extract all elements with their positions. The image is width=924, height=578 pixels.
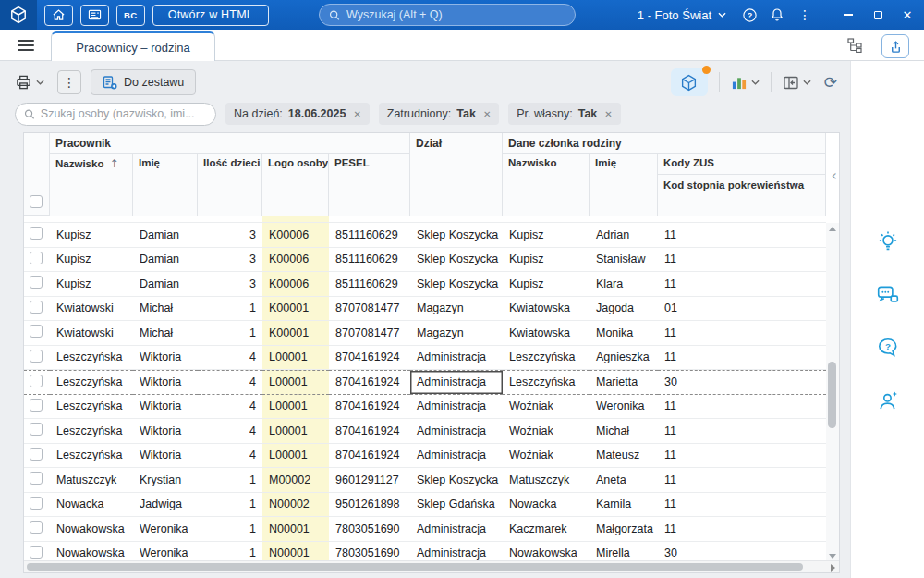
column-header-imie[interactable]: Imię: [133, 154, 198, 216]
horizontal-scrollbar[interactable]: [24, 560, 839, 572]
cell[interactable]: N00001: [262, 517, 329, 542]
column-header-nazwisko[interactable]: Nazwisko↑: [50, 154, 133, 216]
row-checkbox[interactable]: [30, 276, 43, 289]
scroll-right-icon[interactable]: [831, 564, 835, 572]
cell[interactable]: 4: [198, 346, 262, 371]
cell[interactable]: Sklep Gdańska: [410, 493, 503, 518]
cell[interactable]: Kamila: [590, 493, 658, 518]
table-row[interactable]: KupiszDamian3K000068511160629Sklep Koszy…: [24, 248, 826, 273]
row-checkbox[interactable]: [30, 472, 43, 485]
cell[interactable]: L00001: [262, 395, 329, 420]
cell[interactable]: Sklep Koszycka: [410, 248, 503, 273]
cell[interactable]: Michał: [133, 297, 198, 322]
cell[interactable]: 9501261898: [329, 493, 410, 518]
cell[interactable]: Woźniak: [503, 419, 590, 444]
cell[interactable]: 1: [198, 321, 262, 346]
cell[interactable]: 7803051690: [329, 517, 410, 542]
table-row[interactable]: LeszczyńskaWiktoria4L000018704161924Admi…: [24, 395, 826, 420]
cell[interactable]: Kupisz: [503, 223, 590, 248]
cell[interactable]: Kwiatowska: [503, 297, 590, 322]
filter-chip-own[interactable]: Pr. własny: Tak ✕: [508, 103, 620, 125]
group-header-pracownik[interactable]: Pracownik: [50, 133, 410, 154]
cell[interactable]: Weronika: [133, 517, 198, 542]
row-checkbox[interactable]: [30, 448, 43, 461]
cell[interactable]: Kwiatowska: [503, 321, 590, 346]
cell[interactable]: Wiktoria: [133, 444, 198, 469]
cell[interactable]: 8707081477: [329, 321, 410, 346]
cell[interactable]: 11: [658, 517, 826, 542]
cell[interactable]: 11: [658, 321, 826, 346]
person-search[interactable]: [15, 103, 216, 126]
table-row[interactable]: KwiatowskiMichał1K000018707081477Magazyn…: [24, 321, 826, 346]
cell[interactable]: Administracja: [410, 542, 503, 563]
cell[interactable]: Leszczyńska: [50, 395, 133, 420]
cell[interactable]: Administracja: [410, 370, 503, 395]
cell[interactable]: Kupisz: [50, 248, 133, 273]
print-button[interactable]: [15, 74, 44, 91]
horizontal-scroll-thumb[interactable]: [27, 563, 803, 571]
filter-chip-date[interactable]: Na dzień: 18.06.2025 ✕: [225, 103, 370, 125]
bc-button[interactable]: BC: [116, 5, 145, 26]
cell[interactable]: Sklep Koszycka: [410, 468, 503, 493]
cell[interactable]: Jagoda: [590, 297, 658, 322]
cell[interactable]: 9601291127: [329, 468, 410, 493]
global-search-input[interactable]: [346, 8, 565, 21]
cell[interactable]: Kwiatowski: [50, 297, 133, 322]
cell[interactable]: Wiktoria: [133, 346, 198, 371]
cell[interactable]: 11: [658, 248, 826, 273]
column-header-ilosc-dzieci[interactable]: Ilość dzieci: [198, 154, 262, 216]
cell[interactable]: Leszczyńska: [50, 444, 133, 469]
cell[interactable]: 11: [658, 419, 826, 444]
row-checkbox[interactable]: [30, 375, 43, 387]
row-checkbox[interactable]: [30, 399, 43, 412]
table-row[interactable]: NowackaJadwiga1N000029501261898Sklep Gda…: [24, 493, 826, 518]
views-button[interactable]: [671, 68, 708, 96]
table-row[interactable]: NowakowskaWeronika1N000017803051690Admin…: [24, 517, 826, 542]
minimize-button[interactable]: [833, 0, 863, 30]
cell[interactable]: N00002: [262, 493, 329, 518]
app-menu-button[interactable]: [0, 0, 37, 30]
cell[interactable]: 8704161924: [329, 346, 410, 371]
cell[interactable]: Administracja: [410, 444, 503, 469]
cell[interactable]: 1: [198, 468, 262, 493]
cell[interactable]: Adrian: [590, 223, 658, 248]
scroll-down-icon[interactable]: [829, 554, 836, 559]
cell[interactable]: 11: [658, 272, 826, 297]
cell[interactable]: Woźniak: [503, 444, 590, 469]
cell[interactable]: L00001: [262, 346, 329, 371]
community-button[interactable]: [875, 387, 901, 413]
cell[interactable]: L00001: [262, 370, 329, 395]
cell[interactable]: K00001: [262, 321, 329, 346]
cell[interactable]: 30: [658, 370, 826, 395]
cell[interactable]: 8704161924: [329, 444, 410, 469]
row-checkbox[interactable]: [30, 227, 43, 240]
chat-button[interactable]: [875, 282, 901, 308]
cell[interactable]: Nowakowska: [50, 542, 133, 563]
vertical-scrollbar[interactable]: [826, 223, 839, 562]
row-checkbox[interactable]: [30, 301, 43, 314]
row-checkbox[interactable]: [30, 497, 43, 510]
cell[interactable]: Michał: [133, 321, 198, 346]
cell[interactable]: Leszczyńska: [50, 419, 133, 444]
cell[interactable]: Krystian: [133, 468, 198, 493]
cell[interactable]: 8511160629: [329, 223, 410, 248]
cell[interactable]: Wiktoria: [133, 370, 198, 395]
cell[interactable]: Kupisz: [503, 248, 590, 273]
chip-close-icon[interactable]: ✕: [481, 109, 491, 119]
column-header-kody-zus[interactable]: Kody ZUS Kod stopnia pokrewieństwa: [658, 154, 826, 216]
cell[interactable]: K00006: [262, 223, 329, 248]
cell[interactable]: 11: [658, 223, 826, 248]
cell[interactable]: N00001: [262, 542, 329, 563]
collapse-panel-icon[interactable]: ‹: [832, 168, 837, 183]
cell[interactable]: 7803051690: [329, 542, 410, 563]
row-checkbox[interactable]: [30, 423, 43, 436]
cell[interactable]: Weronika: [590, 395, 658, 420]
main-menu-button[interactable]: [18, 40, 34, 51]
cell[interactable]: Administracja: [410, 346, 503, 371]
cell[interactable]: Matuszczyk: [50, 468, 133, 493]
cell[interactable]: Administracja: [410, 395, 503, 420]
cell[interactable]: 30: [658, 542, 826, 563]
cell[interactable]: 1: [198, 517, 262, 542]
cell[interactable]: 8707081477: [329, 297, 410, 322]
cell[interactable]: Administracja: [410, 419, 503, 444]
